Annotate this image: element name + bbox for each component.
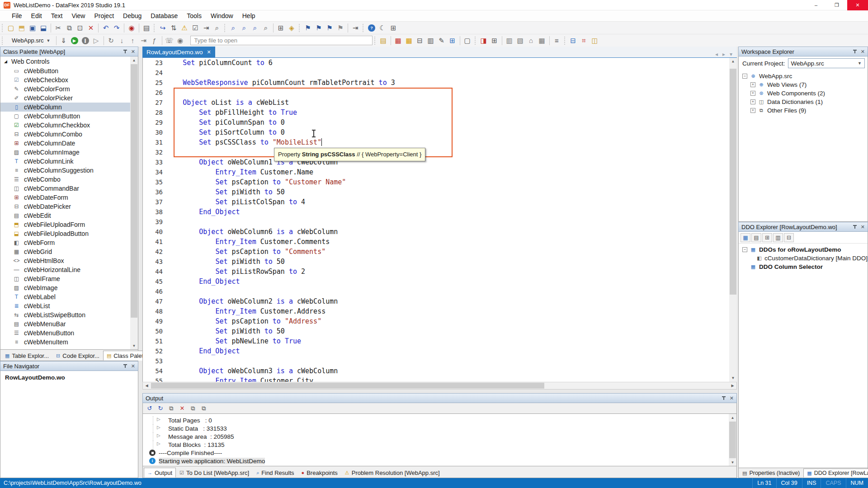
run-icon[interactable]: ▶ [69,35,80,46]
palette-item-cwebcolumn[interactable]: ▯cWebColumn [0,103,138,112]
expand-icon[interactable]: + [750,99,755,104]
palette-item-cwebcolumnimage[interactable]: ▨cWebColumnImage [0,148,138,157]
class-palette-group[interactable]: ◢ Web Controls [0,56,138,66]
chevron-right-icon[interactable]: ▷ [157,417,160,422]
palette-item-cwebmenuitem[interactable]: ≡cWebMenuItem [0,338,138,347]
scroll-up-icon[interactable]: ▲ [729,414,736,421]
find-next-icon[interactable]: ⌕ [239,23,250,33]
tab-scroll-right-icon[interactable]: ▸ [722,51,725,57]
ddo-structure-icon[interactable]: ▤ [751,233,761,242]
sync-code-icon[interactable]: ⇅ [168,23,179,33]
output-tab-problem-resolution-webapp-src[interactable]: ⚠Problem Resolution [WebApp.src] [341,468,443,478]
pin-icon[interactable] [852,225,857,230]
previous-message-icon[interactable]: ↺ [145,404,155,413]
paste-icon[interactable]: ⊡ [75,23,85,33]
run-to-cursor-icon[interactable]: ⇥ [138,35,149,46]
editor-scrollbar[interactable]: ▲ ▼ [729,58,737,382]
palette-item-cwebdatepicker[interactable]: ⊟cWebDatePicker [0,202,138,211]
export-icon[interactable]: ⇥ [201,23,212,33]
ddo-columns-icon[interactable]: ▥ [773,233,783,242]
tab-list-icon[interactable]: ▾ [730,51,732,57]
close-icon[interactable]: ✕ [131,363,135,369]
workspace-node-web-views-7[interactable]: +⊕Web Views (7) [739,80,868,89]
close-icon[interactable]: ✕ [861,224,865,230]
palette-item-cwebcolumncheckbox[interactable]: ☑cWebColumnCheckbox [0,121,138,130]
close-button[interactable]: ✕ [847,0,868,10]
ddo-list-icon[interactable]: ▦ [741,233,750,242]
menu-database[interactable]: Database [146,11,182,21]
palette-item-cwebform[interactable]: ◧cWebForm [0,238,138,247]
find-icon[interactable]: ⌕ [228,23,239,33]
menu-debug[interactable]: Debug [118,11,146,21]
scroll-up-icon[interactable]: ▲ [729,58,737,65]
problems-icon[interactable]: ⚠ [179,23,190,33]
expand-icon[interactable]: + [750,108,755,113]
pin-icon[interactable] [123,364,127,369]
redo-icon[interactable]: ↷ [111,23,122,33]
ddo-node-ddo-column-selector[interactable]: ▦DDO Column Selector [739,263,868,271]
palette-item-cwebcolumncombo[interactable]: ⊟cWebColumnCombo [0,130,138,139]
project-selector[interactable]: WebApp.src ▼ [8,36,54,45]
right-tab-properties-inactive[interactable]: ▤Properties (Inactive) [739,469,803,478]
palette-item-cwebgrid[interactable]: ▦cWebGrid [0,247,138,256]
save-icon[interactable]: ▣ [27,23,38,33]
class-palette-scrollbar[interactable]: ▲ ▼ [130,56,138,349]
workspace-node-data-dictionaries-1[interactable]: +◫Data Dictionaries (1) [739,98,868,106]
close-icon[interactable]: ✕ [730,395,734,401]
scrollbar-thumb[interactable] [131,64,137,318]
ddo-node-ccustomerdatadictionary-main-ddo[interactable]: ◧cCustomerDataDictionary [Main DDO] [739,254,868,263]
palette-item-cwebcolumnbutton[interactable]: ▢cWebColumnButton [0,112,138,121]
palette-item-cwebedit[interactable]: ▤cWebEdit [0,211,138,220]
panel-split-icon[interactable]: ◫ [590,35,600,46]
scroll-down-icon[interactable]: ▼ [130,342,138,349]
output-tab-to-do-list-webapp-src[interactable]: ☑To Do List [WebApp.src] [176,468,253,478]
edit-table-icon[interactable]: ✎ [436,35,447,46]
find-symbol-icon[interactable]: ⌕ [212,23,222,33]
output-entry[interactable]: ▷Static Data : 331533 [143,424,736,432]
tab-scroll-left-icon[interactable]: ◂ [715,51,718,57]
chevron-right-icon[interactable]: ▷ [157,433,160,438]
copy-all-icon[interactable]: ⧉ [188,404,198,413]
code-table-icon[interactable]: ⊞ [275,23,286,33]
palette-item-cwebbutton[interactable]: ▭cWebButton [0,66,138,75]
next-message-icon[interactable]: ↻ [156,404,165,413]
chevron-right-icon[interactable]: ▷ [157,441,160,446]
workspace-node-other-files-9[interactable]: +⧉Other Files (9) [739,106,868,115]
minimize-button[interactable]: – [806,0,826,10]
palette-item-cwebmenubar[interactable]: ▤cWebMenuBar [0,319,138,328]
palette-item-cwebcheckbox[interactable]: ☑cWebCheckbox [0,75,138,84]
blank-page-icon[interactable]: ▢ [462,35,473,46]
database-explorer-icon[interactable]: ▦ [404,35,415,46]
panel-layout-icon[interactable]: ⊟ [568,35,579,46]
chevron-right-icon[interactable]: ▷ [157,425,160,430]
delete-icon[interactable]: ✕ [85,23,96,33]
clear-output-icon[interactable]: ✕ [177,404,187,413]
desktop-preview-icon[interactable]: ⌂ [526,35,537,46]
menu-window[interactable]: Window [206,11,238,21]
menu-help[interactable]: Help [238,11,260,21]
step-out-icon[interactable]: ↑ [127,35,138,46]
table-grid-icon[interactable]: ⊞ [489,35,500,46]
next-bookmark-icon[interactable]: ⚑ [313,23,324,33]
close-tab-icon[interactable]: ✕ [207,49,211,55]
scrollbar-thumb[interactable] [730,69,736,295]
output-scrollbar[interactable]: ▲ ▼ [729,414,736,466]
workspace-node-web-components-2[interactable]: +⊛Web Components (2) [739,89,868,98]
menu-file[interactable]: File [7,11,27,21]
ddo-add-icon[interactable]: ⊞ [762,233,772,242]
record-macro-icon[interactable]: ◉ [126,23,137,33]
pause-icon[interactable]: ∥ [80,35,91,46]
tab-code-explor[interactable]: ⊟Code Explor... [52,351,103,361]
editor-tab-rowlayoutdemo[interactable]: RowLayoutDemo.wo ✕ [142,47,215,57]
lock-icon[interactable]: ◈ [286,23,297,33]
expand-icon[interactable]: + [750,91,755,96]
restructure-icon[interactable]: ◨ [478,35,489,46]
palette-item-cwebimage[interactable]: ▨cWebImage [0,283,138,292]
scroll-right-icon[interactable]: ▶ [729,382,736,389]
scroll-left-icon[interactable]: ◀ [143,382,151,389]
list-icon[interactable]: ≡ [552,35,562,46]
palette-item-cwebfileuploadform[interactable]: ⬒cWebFileUploadForm [0,220,138,229]
palette-item-cwebdateform[interactable]: ⊞cWebDateForm [0,193,138,202]
collapse-icon[interactable]: − [742,74,747,79]
panel-grid-icon[interactable]: ⌗ [579,35,590,46]
